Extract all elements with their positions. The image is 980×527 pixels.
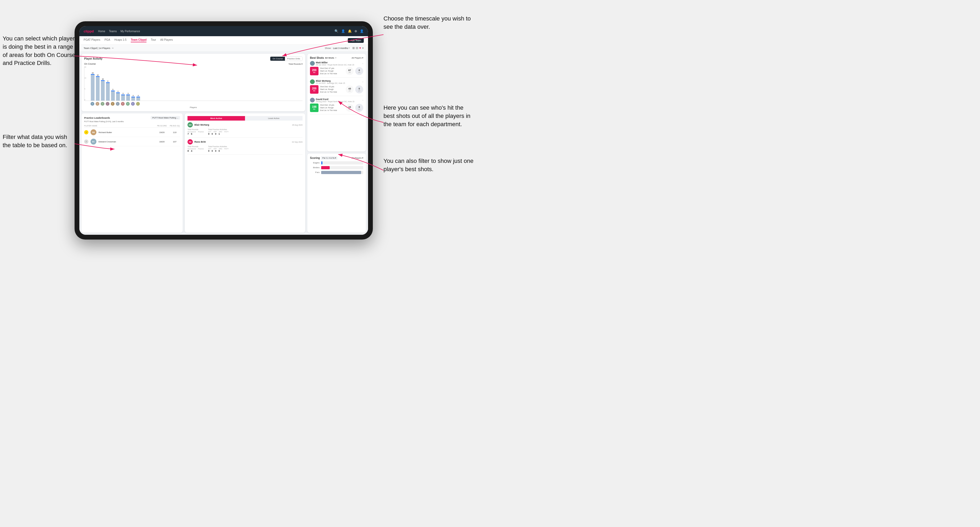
active-player-avatar-0: BM — [188, 122, 193, 127]
practice-subtitle: PUTT Must Make Putting (3-6 ft), Last 3 … — [84, 121, 180, 122]
practice-dropdown[interactable]: PUTT Must Make Putting ... — [151, 116, 180, 119]
nav-teams[interactable]: Teams — [109, 30, 117, 33]
shot-stat-val-zero-1: 0 — [358, 87, 360, 90]
shot-chevron-icon-1[interactable]: › — [363, 80, 363, 83]
shot-chevron-icon-0[interactable]: › — [363, 62, 363, 65]
bar-5 — [116, 92, 120, 101]
chart-sub-header: On Course Total Rounds ▾ — [84, 62, 302, 65]
annotation-right-2: Here you can see who's hit the best shot… — [383, 104, 474, 128]
practice-drills-toggle[interactable]: Practice Drills — [285, 57, 302, 61]
shot-player-name-1: Blair McHarg — [316, 79, 363, 82]
tab-pga[interactable]: PGA — [104, 38, 110, 42]
bar-group-rbritt: 12 — [96, 74, 100, 101]
search-icon[interactable]: 🔍 — [334, 29, 339, 33]
avatar-icon[interactable]: 👤 — [360, 29, 364, 33]
bottom-row: Practice Leaderboards PUTT Must Make Put… — [81, 113, 305, 233]
tab-least-active[interactable]: Least Active — [245, 116, 302, 121]
shot-stat-val-0: 67 — [348, 69, 351, 71]
stat-tournament-val-1: 8 — [188, 149, 189, 152]
player-avatar-5[interactable]: G — [116, 102, 119, 106]
heart-icon[interactable]: ♥ — [359, 46, 361, 50]
bar-4 — [111, 90, 115, 101]
tab-most-active[interactable]: Most Active — [188, 116, 245, 121]
bell-icon[interactable]: 🔔 — [348, 29, 352, 33]
player-avatar-7[interactable]: M — [126, 102, 130, 106]
scoring-bar-wrap-eagles: 3 — [321, 161, 363, 165]
total-rounds-dropdown[interactable]: Total Rounds ▾ — [288, 63, 302, 65]
gtt-val-0: 0 — [208, 133, 209, 135]
bar-8 — [131, 97, 135, 101]
bar-val-5: 4 — [118, 90, 118, 92]
stat-label-practice-act-1: Total Practice Activities — [208, 146, 229, 148]
shot-card-0: Matt Miller 09 Jun 2023 · Royal North De… — [310, 61, 363, 78]
tab-tour[interactable]: Tour — [151, 38, 156, 42]
best-shots-title: Best Shots — [310, 56, 324, 59]
on-course-toggle[interactable]: On Course — [270, 57, 285, 61]
players-filter[interactable]: All Players ▾ — [352, 57, 363, 59]
grid-icon[interactable]: ⊞ — [352, 46, 355, 50]
annotation-left-2: Filter what data you wish the table to b… — [3, 133, 72, 149]
tab-pgat-players[interactable]: PGAT Players — [84, 38, 100, 42]
putt-val-1: 0 — [218, 149, 220, 152]
tab-team-clippd[interactable]: Team Clippd — [131, 38, 146, 42]
player-activity-card: Player Activity On Course Practice Drill… — [81, 54, 305, 111]
circle-plus-icon[interactable]: ⊕ — [355, 29, 357, 33]
scoring-row-birdies: Birdies 96 — [310, 166, 363, 169]
scoring-filter[interactable]: Par 3, 4 & 5s ▾ — [321, 156, 337, 160]
shot-info-2: Shot Dist: 16 yds Start Lie: Rough End L… — [320, 104, 344, 111]
tab-hcaps[interactable]: Hcaps 1-5 — [115, 38, 127, 42]
player-avatar-6[interactable]: R — [121, 102, 125, 106]
shot-player-avatar-1 — [310, 79, 315, 84]
app-val-0: 0 — [212, 133, 213, 135]
nav-home[interactable]: Home — [98, 30, 105, 33]
active-tab-header: Most Active Least Active — [188, 116, 302, 121]
shot-chevron-icon-2[interactable]: › — [363, 99, 363, 102]
player-avatar-4[interactable]: E — [111, 102, 115, 106]
player-avatar-0[interactable]: B — [91, 102, 94, 106]
bar-val-0: 13 — [92, 72, 94, 74]
menu-icon[interactable]: ≡ — [362, 46, 364, 50]
rank-badge-1: 2 — [84, 140, 88, 144]
active-player-avatar-1: RB — [188, 139, 193, 144]
shot-stat-unit-zero-2: yds — [358, 108, 360, 110]
tab-all-players[interactable]: All Players — [160, 38, 173, 42]
shots-tab-all[interactable]: All Shots — [325, 57, 334, 59]
bar-2 — [101, 80, 105, 101]
bar-0 — [91, 74, 94, 101]
team-name-label: Team Clippd | 14 Players — [84, 47, 110, 49]
best-shots-header: Best Shots All Shots ▾ All Players ▾ — [310, 56, 363, 59]
scoring-players-filter[interactable]: All Players ▾ — [352, 157, 363, 159]
shot-player-info-1: Blair McHarg 23 Jul 2023 · Ashridge GC, … — [316, 79, 363, 84]
list-icon[interactable]: ⊟ — [356, 46, 358, 50]
th-player-name: PLAYER NAME — [84, 125, 154, 127]
shot-player-avatar-2 — [310, 98, 315, 103]
x-axis-label: Players — [84, 106, 302, 109]
edit-icon[interactable]: ✏ — [112, 47, 114, 49]
users-icon[interactable]: 👤 — [341, 29, 345, 33]
sub-nav: PGAT Players PGA Hcaps 1-5 Team Clippd T… — [80, 36, 368, 45]
shot-stat-dist-2: 16 yds — [346, 104, 354, 112]
best-shots-card: Best Shots All Shots ▾ All Players ▾ — [307, 54, 366, 151]
shot-stat-val-2: 16 — [348, 106, 351, 108]
active-player-date-0: 26 Aug 2023 — [292, 124, 302, 126]
nav-my-performance[interactable]: My Performance — [120, 30, 140, 33]
show-dropdown[interactable]: Last 3 months — [333, 47, 348, 49]
annotation-right-3: You can also filter to show just one pla… — [383, 157, 474, 173]
scoring-label-pars: Pars — [310, 171, 320, 173]
scoring-bar-fill-eagles — [321, 161, 323, 165]
bar-group-rbutler: 3 — [121, 93, 125, 101]
add-team-button[interactable]: Add Team — [348, 38, 364, 43]
stat-practice-val-1: 4 — [191, 149, 192, 152]
card-header: Player Activity On Course Practice Drill… — [84, 56, 302, 61]
practice-leaderboard-header: Practice Leaderboards PUTT Must Make Put… — [84, 116, 180, 119]
shot-start-0: Start Lie: Rough — [320, 70, 344, 72]
player-avatar-8[interactable]: E — [131, 102, 135, 106]
leaderboard-row-1: 2 EC Edward Crossman 18/20 107 — [84, 137, 180, 146]
shot-dist-2: Shot Dist: 16 yds — [320, 104, 344, 106]
shot-player-name-2: David Ford — [316, 98, 363, 101]
player-avatar-2[interactable]: D — [101, 102, 104, 106]
player-avatar-9[interactable]: L — [136, 102, 140, 106]
gtt-val-1: 0 — [208, 149, 209, 152]
player-avatar-3[interactable]: J — [106, 102, 110, 106]
player-avatar-1[interactable]: R — [95, 102, 99, 106]
